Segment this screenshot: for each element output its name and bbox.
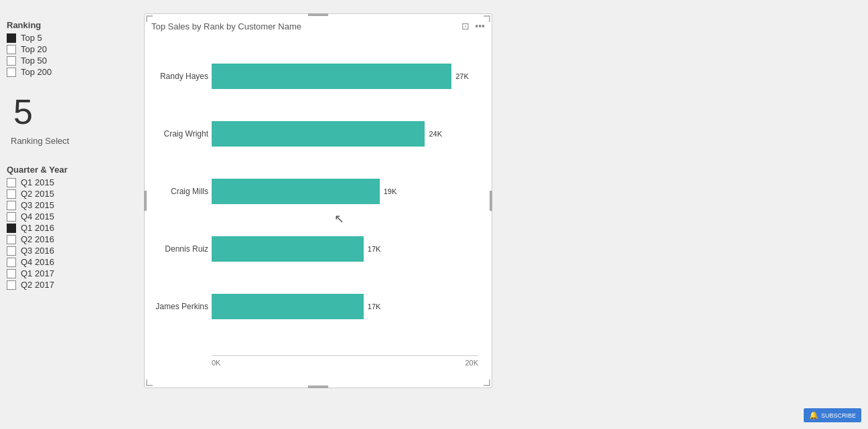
ranking-checkbox[interactable] xyxy=(7,56,16,66)
quarter-option-label: Q1 2015 xyxy=(21,177,54,187)
ranking-section: Ranking Top 5Top 20Top 50Top 200 xyxy=(7,20,131,78)
ranking-checkbox[interactable] xyxy=(7,33,16,43)
bar-customer-name: Craig Mills xyxy=(151,187,208,196)
bar-customer-name: Dennis Ruiz xyxy=(151,244,208,254)
bar-fill xyxy=(212,121,425,147)
quarter-checkbox[interactable] xyxy=(7,258,16,267)
ranking-filters: Top 5Top 20Top 50Top 200 xyxy=(7,33,131,77)
quarter-option[interactable]: Q4 2015 xyxy=(7,211,131,222)
corner-handle-tr[interactable] xyxy=(484,15,490,22)
quarter-option-label: Q2 2016 xyxy=(21,234,54,244)
quarter-option-label: Q2 2015 xyxy=(21,189,54,199)
quarter-filters: Q1 2015Q2 2015Q3 2015Q4 2015Q1 2016Q2 20… xyxy=(7,177,131,290)
x-axis: 0K 20K xyxy=(151,359,485,367)
bar-value-label: 17K xyxy=(368,303,381,311)
corner-handle-br[interactable] xyxy=(484,379,490,386)
quarter-option[interactable]: Q1 2016 xyxy=(7,223,131,233)
quarter-option[interactable]: Q3 2015 xyxy=(7,200,131,210)
corner-handle-bl[interactable] xyxy=(146,379,153,386)
bar-track: 19K xyxy=(212,179,478,204)
ranking-option[interactable]: Top 50 xyxy=(7,56,131,66)
quarter-year-title: Quarter & Year xyxy=(7,165,131,175)
bar-track: 17K xyxy=(212,236,478,262)
quarter-checkbox[interactable] xyxy=(7,269,16,278)
quarter-checkbox[interactable] xyxy=(7,280,16,290)
bar-fill xyxy=(212,179,380,204)
bar-customer-name: Randy Hayes xyxy=(151,72,208,81)
quarter-option[interactable]: Q2 2016 xyxy=(7,234,131,244)
bar-value-label: 17K xyxy=(368,245,381,253)
x-axis-min: 0K xyxy=(212,359,220,367)
quarter-checkbox[interactable] xyxy=(7,178,16,187)
bar-value-label: 19K xyxy=(384,187,397,195)
quarter-option[interactable]: Q2 2017 xyxy=(7,280,131,290)
resize-handle-bottom[interactable] xyxy=(308,385,328,388)
bar-chart: Randy Hayes27KCraig Wright24KCraig Mills… xyxy=(151,34,485,355)
bar-value-label: 24K xyxy=(429,130,442,138)
chart-container: Top Sales by Rank by Customer Name ⊡ •••… xyxy=(144,13,492,388)
chart-header: Top Sales by Rank by Customer Name ⊡ ••• xyxy=(151,21,485,31)
ranking-option[interactable]: Top 20 xyxy=(7,44,131,54)
bar-row: Dennis Ruiz17K xyxy=(212,220,478,278)
quarter-option[interactable]: Q3 2016 xyxy=(7,246,131,256)
quarter-option-label: Q1 2017 xyxy=(21,268,54,278)
ranking-checkbox[interactable] xyxy=(7,68,16,77)
quarter-checkbox[interactable] xyxy=(7,224,16,233)
ranking-select-label: Ranking Select xyxy=(7,136,131,146)
ranking-option-label: Top 20 xyxy=(21,44,47,54)
bar-row: Randy Hayes27K xyxy=(212,48,478,105)
subscribe-label: SUBSCRIBE xyxy=(821,412,856,419)
bar-track: 27K xyxy=(212,64,478,89)
resize-handle-right[interactable] xyxy=(490,191,492,211)
bar-row: Craig Mills19K xyxy=(212,163,478,220)
bar-customer-name: Craig Wright xyxy=(151,129,208,139)
ranking-option[interactable]: Top 5 xyxy=(7,33,131,43)
ranking-checkbox[interactable] xyxy=(7,45,16,54)
resize-handle-top[interactable] xyxy=(308,13,328,16)
bar-track: 24K xyxy=(212,121,478,147)
x-axis-mid: 20K xyxy=(465,359,478,367)
bar-fill xyxy=(212,236,364,262)
quarter-checkbox[interactable] xyxy=(7,235,16,244)
bar-value-label: 27K xyxy=(455,72,469,80)
ranking-option-label: Top 200 xyxy=(21,67,52,77)
quarter-year-section: Quarter & Year Q1 2015Q2 2015Q3 2015Q4 2… xyxy=(7,165,131,291)
corner-handle-tl[interactable] xyxy=(146,15,153,22)
cursor-icon: ↖ xyxy=(334,211,344,226)
chart-controls: ⊡ ••• xyxy=(461,21,485,31)
quarter-checkbox[interactable] xyxy=(7,201,16,210)
quarter-option[interactable]: Q1 2015 xyxy=(7,177,131,187)
ranking-number: 5 xyxy=(7,94,131,129)
axis-line xyxy=(212,355,478,356)
ranking-option-label: Top 50 xyxy=(21,56,47,66)
expand-icon[interactable]: ⊡ xyxy=(461,21,469,31)
quarter-option-label: Q3 2015 xyxy=(21,200,54,210)
quarter-option[interactable]: Q1 2017 xyxy=(7,268,131,278)
quarter-option-label: Q3 2016 xyxy=(21,246,54,256)
bar-track: 17K xyxy=(212,294,478,319)
bar-chart-area: Randy Hayes27KCraig Wright24KCraig Mills… xyxy=(151,34,485,367)
subscribe-button[interactable]: 🔔 SUBSCRIBE xyxy=(804,408,861,422)
quarter-option[interactable]: Q4 2016 xyxy=(7,257,131,267)
bar-fill xyxy=(212,294,364,319)
ranking-option[interactable]: Top 200 xyxy=(7,67,131,77)
quarter-option-label: Q4 2016 xyxy=(21,257,54,267)
quarter-option-label: Q4 2015 xyxy=(21,211,54,222)
bar-customer-name: James Perkins xyxy=(151,302,208,311)
quarter-checkbox[interactable] xyxy=(7,212,16,222)
bar-row: Craig Wright24K xyxy=(212,105,478,163)
resize-handle-left[interactable] xyxy=(144,191,147,211)
chart-title: Top Sales by Rank by Customer Name xyxy=(151,21,301,31)
ranking-option-label: Top 5 xyxy=(21,33,42,43)
quarter-checkbox[interactable] xyxy=(7,189,16,199)
quarter-checkbox[interactable] xyxy=(7,246,16,256)
bar-row: James Perkins17K xyxy=(212,278,478,335)
left-panel: Ranking Top 5Top 20Top 50Top 200 5 Ranki… xyxy=(7,13,131,416)
quarter-option-label: Q2 2017 xyxy=(21,280,54,290)
quarter-option-label: Q1 2016 xyxy=(21,223,54,233)
quarter-option[interactable]: Q2 2015 xyxy=(7,189,131,199)
ranking-title: Ranking xyxy=(7,20,131,30)
bar-fill xyxy=(212,64,451,89)
more-options-icon[interactable]: ••• xyxy=(475,21,485,31)
